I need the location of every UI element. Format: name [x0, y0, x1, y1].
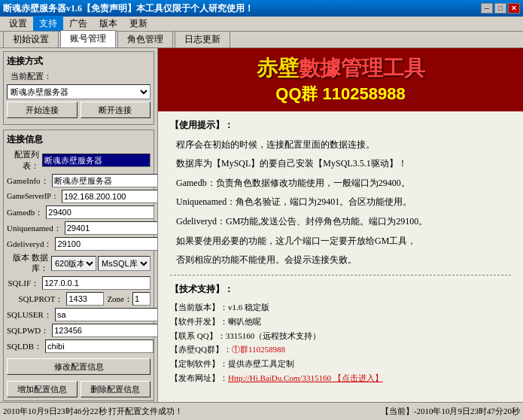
- sqlprot-row: SQLPROT： Zone：: [7, 292, 151, 306]
- menu-version[interactable]: 版本: [93, 16, 123, 32]
- uniquenamed-label: Uniquenamed：: [7, 223, 62, 234]
- usage-line-4: Gdeliveryd：GM功能,发送公告、封停角色功能。端口为29100。: [170, 214, 511, 230]
- status-bar: 2010年10月9日23时46分22秒 打开配置文件成功！ 【当前】-2010年…: [0, 402, 523, 420]
- zone-label: Zone：: [107, 294, 132, 305]
- gamedb-input[interactable]: [46, 205, 154, 219]
- banner-qq: QQ群 110258988: [170, 83, 511, 105]
- banner-title-part2: 數據管理工具: [299, 56, 425, 80]
- tab-account-management[interactable]: 账号管理: [60, 30, 116, 47]
- tech-label-4: 【定制软件】：: [170, 357, 228, 371]
- connection-info-section: 连接信息 配置列表： GameInfo： GameServerIP： Gamed…: [3, 129, 154, 401]
- config-list-input[interactable]: [42, 154, 151, 167]
- gameinfo-input[interactable]: [52, 174, 158, 187]
- gameinfo-row: GameInfo：: [7, 174, 151, 187]
- gameserver-input[interactable]: [62, 190, 158, 203]
- tech-value-2: 3315160（远程技术支持）: [226, 329, 321, 343]
- sqlpwd-input[interactable]: [52, 324, 158, 337]
- config-list-label: 配置列表：: [7, 149, 39, 172]
- divider: [170, 275, 511, 275]
- usage-line-6: 否则相应的功能不能使用。会提示连接失败。: [170, 252, 511, 269]
- version-select[interactable]: 620版本: [51, 256, 96, 271]
- tab-initial-settings[interactable]: 初始设置: [3, 31, 59, 47]
- tech-label-1: 【软件开发】：: [170, 315, 228, 329]
- banner-title-part1: 赤壁: [257, 56, 299, 80]
- sqlprot-input[interactable]: [66, 292, 104, 306]
- gameserver-row: GameServerIP：: [7, 190, 151, 203]
- tech-value-5[interactable]: Http://Hi.BaiDu.Com/3315160 【点击进入】: [228, 371, 383, 385]
- right-panel: 赤壁數據管理工具 QQ群 110258988 【使用提示】： 程序会在初始的时候…: [158, 48, 523, 402]
- tech-value-1: 喇叭他呢: [228, 315, 261, 329]
- status-left: 2010年10月9日23时46分22秒 打开配置文件成功！: [3, 406, 381, 417]
- close-button[interactable]: ✕: [508, 3, 520, 14]
- gamedb-label: Gamedb：: [7, 207, 43, 218]
- tech-value-0: v1.6 稳定版: [228, 300, 269, 315]
- title-bar-buttons: ─ □ ✕: [481, 3, 520, 14]
- usage-line-5: 如果要使用必要的功能，这几个端口一定要开放给GM工具，: [170, 233, 511, 250]
- uniquenamed-input[interactable]: [65, 221, 158, 235]
- disconnect-button[interactable]: 断开连接: [81, 102, 151, 118]
- current-config-select-row: 断魂赤壁服务器: [7, 84, 151, 99]
- db-type-select[interactable]: MsSQL库: [98, 256, 151, 271]
- usage-title: 【使用提示】：: [170, 117, 511, 134]
- usage-line-0: 程序会在初始的时候，连接配置里面的数据连接。: [170, 137, 511, 154]
- menu-ad[interactable]: 广告: [63, 16, 93, 32]
- version-db-row: 版本 数据库： 620版本 MsSQL库: [7, 253, 151, 274]
- menu-support[interactable]: 支持: [33, 16, 63, 32]
- sqluser-label: SQLUSER：: [7, 309, 52, 321]
- sqldb-input[interactable]: [45, 339, 154, 353]
- sqlif-input[interactable]: [42, 276, 151, 290]
- sqlprot-label: SQLPROT：: [7, 294, 63, 305]
- modify-config-button[interactable]: 修改配置信息: [7, 358, 151, 375]
- config-list-row: 配置列表：: [7, 149, 151, 172]
- tab-bar: 初始设置 账号管理 角色管理 日志更新: [0, 32, 523, 48]
- sqluser-row: SQLUSER：: [7, 308, 151, 321]
- main-content: 连接方式 当前配置： 断魂赤壁服务器 开始连接 断开连接 连接信息 配置列表：: [0, 48, 523, 402]
- current-config-select[interactable]: 断魂赤壁服务器: [7, 84, 151, 99]
- sqlpwd-row: SQLPWD：: [7, 324, 151, 337]
- delete-config-button[interactable]: 删除配置信息: [81, 381, 151, 397]
- uniquenamed-row: Uniquenamed：: [7, 221, 151, 235]
- sqlpwd-label: SQLPWD：: [7, 325, 49, 336]
- connection-method-title: 连接方式: [7, 55, 151, 68]
- gdeliveryd-row: Gdeliveryd：: [7, 237, 151, 251]
- banner-title: 赤壁數據管理工具: [170, 54, 511, 83]
- tech-row-3: 【赤壁QQ群】： ①群110258988: [170, 342, 511, 357]
- sqldb-label: SQLDB：: [7, 341, 42, 352]
- usage-line-2: Gamedb：负责角色数据修改功能使用，一般端口为29400。: [170, 175, 511, 192]
- current-config-row: 当前配置：: [7, 71, 151, 82]
- connection-method-section: 连接方式 当前配置： 断魂赤壁服务器 开始连接 断开连接: [3, 51, 154, 125]
- tech-value-3: ①群110258988: [232, 342, 285, 357]
- info-area: 【使用提示】： 程序会在初始的时候，连接配置里面的数据连接。 数据库为【MySQ…: [158, 111, 523, 402]
- maximize-button[interactable]: □: [494, 3, 506, 14]
- usage-line-3: Uniquenamed：角色名验证，端口为29401。合区功能使用。: [170, 194, 511, 211]
- menu-bar: 设置 支持 广告 版本 更新: [0, 17, 523, 32]
- status-right: 【当前】-2010年10月9日23时47分20秒: [381, 406, 520, 417]
- add-config-button[interactable]: 增加配置信息: [7, 381, 78, 397]
- gdeliveryd-input[interactable]: [55, 237, 158, 251]
- sqlif-row: SQLIF：: [7, 276, 151, 290]
- tab-role-management[interactable]: 角色管理: [117, 31, 173, 47]
- tab-log-update[interactable]: 日志更新: [175, 31, 230, 47]
- sqluser-input[interactable]: [55, 308, 158, 321]
- sqlif-label: SQLIF：: [7, 278, 39, 289]
- zone-input[interactable]: [132, 292, 151, 306]
- menu-update[interactable]: 更新: [123, 16, 154, 32]
- sqldb-row: SQLDB：: [7, 339, 151, 353]
- window-title: 断魂赤壁服务器v1.6【免责声明】本工具仅限于个人研究使用！: [3, 2, 481, 15]
- minimize-button[interactable]: ─: [481, 3, 493, 14]
- gdeliveryd-label: Gdeliveryd：: [7, 239, 52, 250]
- left-panel: 连接方式 当前配置： 断魂赤壁服务器 开始连接 断开连接 连接信息 配置列表：: [0, 48, 158, 402]
- current-config-label: 当前配置：: [7, 71, 52, 82]
- tech-section: 【技术支持】： 【当前版本】： v1.6 稳定版 【软件开发】： 喇叭他呢 【联…: [170, 282, 511, 385]
- version-label: 版本 数据库：: [7, 253, 48, 274]
- tech-label-3: 【赤壁QQ群】：: [170, 342, 232, 357]
- tech-row-0: 【当前版本】： v1.6 稳定版: [170, 300, 511, 315]
- menu-settings[interactable]: 设置: [3, 16, 33, 32]
- start-connect-button[interactable]: 开始连接: [7, 102, 78, 118]
- connection-info-title: 连接信息: [7, 133, 151, 146]
- title-bar: 断魂赤壁服务器v1.6【免责声明】本工具仅限于个人研究使用！ ─ □ ✕: [0, 0, 523, 17]
- action-buttons: 增加配置信息 删除配置信息: [7, 381, 151, 397]
- tech-label-5: 【发布网址】：: [170, 371, 228, 385]
- gameserver-label: GameServerIP：: [7, 191, 59, 202]
- tech-value-4: 提供赤壁工具定制: [228, 357, 294, 371]
